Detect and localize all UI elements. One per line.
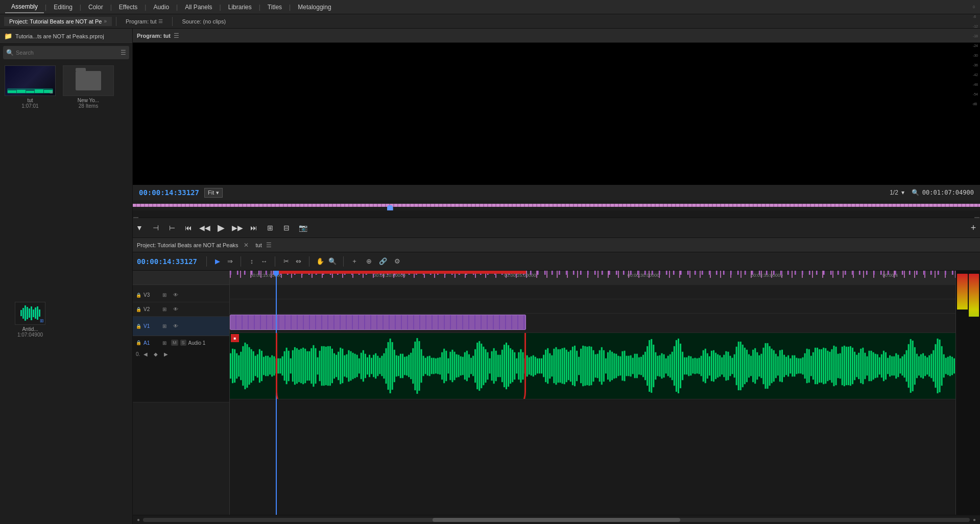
menu-item-color[interactable]: Color <box>82 2 109 13</box>
svg-rect-100 <box>435 359 437 374</box>
project-header: 📁 Tutoria...ts are NOT at Peaks.prproj <box>0 29 132 44</box>
go-to-in-button[interactable]: ⏮ <box>182 221 195 234</box>
track-a1-vol-knob[interactable]: ◆ <box>151 349 160 359</box>
svg-rect-321 <box>893 356 895 376</box>
snap-button[interactable]: ⊕ <box>363 256 374 267</box>
razor-tool-button[interactable]: ✂ <box>280 256 292 267</box>
svg-rect-185 <box>611 352 613 380</box>
step-back-frame-button[interactable]: ⊣ <box>149 221 162 234</box>
fit-dropdown[interactable]: Fit ▾ <box>204 188 223 198</box>
search-icon: 🔍 <box>6 49 14 56</box>
project-thumbnail-folder <box>63 65 114 96</box>
menu-item-all-panels[interactable]: All Panels <box>179 2 218 13</box>
svg-rect-63 <box>358 359 360 374</box>
svg-rect-141 <box>520 349 521 383</box>
svg-rect-279 <box>806 349 808 383</box>
page-dropdown-icon[interactable]: ▾ <box>901 189 904 196</box>
svg-rect-250 <box>746 350 748 383</box>
overwrite-button[interactable]: ⊟ <box>280 221 293 234</box>
go-to-out-button[interactable]: ⏭ <box>247 221 260 234</box>
project-item-audio[interactable]: ⊞ Antid... 1:07:04900 <box>2 300 58 522</box>
zoom-tool-button[interactable]: 🔍 <box>327 256 338 267</box>
add-button[interactable]: + <box>967 221 980 234</box>
track-header-v1: 🔒 V1 ⊞ 👁 <box>133 317 229 336</box>
step-forward-frame-button[interactable]: ⊢ <box>165 221 179 234</box>
monitor-menu-icon[interactable]: ☰ <box>174 32 179 39</box>
track-select-tool-button[interactable]: ⇒ <box>224 256 235 267</box>
scrubber-bar[interactable] <box>133 200 980 210</box>
svg-rect-27 <box>284 351 285 381</box>
search-input[interactable] <box>16 50 118 56</box>
link-button[interactable]: 🔗 <box>377 256 389 267</box>
camera-button[interactable]: 📷 <box>296 221 309 234</box>
timeline-sequence-menu-icon[interactable]: ☰ <box>266 242 272 249</box>
menu-item-metalogging[interactable]: Metalogging <box>292 2 337 13</box>
insert-button[interactable]: ⊞ <box>264 221 277 234</box>
timeline-close-icon[interactable]: ✕ <box>244 242 249 249</box>
svg-rect-306 <box>862 348 864 384</box>
timeline-zoom-bar[interactable] <box>143 518 970 522</box>
menu-item-editing[interactable]: Editing <box>47 2 79 13</box>
svg-rect-111 <box>458 355 460 377</box>
svg-rect-191 <box>624 351 625 382</box>
track-v2-lock-icon[interactable]: 🔒 <box>136 307 141 312</box>
search-options-icon[interactable]: ☰ <box>121 49 126 56</box>
step-forward-button[interactable]: ▶▶ <box>231 221 244 234</box>
svg-rect-128 <box>493 348 495 384</box>
svg-rect-313 <box>877 354 878 378</box>
svg-rect-246 <box>738 342 739 390</box>
step-back-button[interactable]: ◀◀ <box>198 221 211 234</box>
menu-separator-4: | <box>144 4 147 11</box>
track-v1-source-btn[interactable]: ⊞ <box>160 322 169 331</box>
track-a1-vol-up-btn[interactable]: ▶ <box>161 349 171 359</box>
track-header-v2: 🔒 V2 ⊞ 👁 <box>133 302 229 317</box>
menu-item-titles[interactable]: Titles <box>261 2 288 13</box>
track-v2-eye-btn[interactable]: 👁 <box>171 305 180 314</box>
project-panel-menu-icon[interactable]: » <box>104 18 107 24</box>
select-tool-button[interactable]: ▶ <box>212 256 223 267</box>
menu-item-libraries[interactable]: Libraries <box>222 2 258 13</box>
timeline-header: Project: Tutorial Beats are NOT at Peaks… <box>133 238 980 252</box>
track-v3-source-btn[interactable]: ⊞ <box>160 291 169 300</box>
menu-item-assembly[interactable]: Assembly <box>5 1 44 13</box>
menu-item-effects[interactable]: Effects <box>113 2 144 13</box>
svg-rect-162 <box>564 348 565 384</box>
project-title: Tutoria...ts are NOT at Peaks.prproj <box>15 33 104 39</box>
menu-item-audio[interactable]: Audio <box>147 2 175 13</box>
program-panel-tab[interactable]: Program: tut ☰ <box>121 17 169 26</box>
program-panel-menu-icon[interactable]: ☰ <box>158 18 163 24</box>
rolling-tool-button[interactable]: ↔ <box>258 256 270 267</box>
track-v2-source-btn[interactable]: ⊞ <box>160 305 169 314</box>
svg-rect-244 <box>734 354 735 378</box>
marker-button[interactable]: ▼ <box>133 221 146 234</box>
slip-tool-button[interactable]: ⇔ <box>293 256 304 267</box>
project-item-folder[interactable]: New Yo... 28 Items <box>60 63 116 294</box>
track-a1-mute-btn[interactable]: M <box>171 340 178 346</box>
track-a1-solo-btn[interactable]: S <box>180 340 186 346</box>
track-v1-lock-icon[interactable]: 🔒 <box>136 324 141 329</box>
play-button[interactable]: ▶ <box>214 221 228 234</box>
source-panel-tab[interactable]: Source: (no clips) <box>177 17 231 26</box>
settings-tool-button[interactable]: ⚙ <box>392 256 403 267</box>
svg-rect-148 <box>535 357 536 375</box>
track-a1-lock-icon[interactable]: 🔒 <box>136 340 141 345</box>
add-track-button[interactable]: + <box>349 256 360 267</box>
svg-rect-182 <box>605 359 607 374</box>
svg-rect-193 <box>628 356 630 376</box>
track-a1-source-btn[interactable]: ⊞ <box>160 338 169 347</box>
project-item-tut[interactable]: ⊞ tut 1:07:01 <box>2 63 58 294</box>
timeline-sequence-tab[interactable]: tut <box>256 242 262 248</box>
track-a1-vol-down-btn[interactable]: ◀ <box>141 349 150 359</box>
ripple-tool-button[interactable]: ↕ <box>246 256 257 267</box>
track-v3-eye-btn[interactable]: 👁 <box>171 291 180 300</box>
hand-tool-button[interactable]: ✋ <box>315 256 326 267</box>
project-panel-tab[interactable]: Project: Tutorial Beats are NOT at Pe » <box>4 17 112 26</box>
svg-rect-95 <box>425 358 426 374</box>
svg-rect-280 <box>808 349 810 383</box>
svg-rect-304 <box>858 353 859 379</box>
track-v1-eye-btn[interactable]: 👁 <box>171 322 180 331</box>
svg-rect-239 <box>723 355 725 377</box>
project-item-folder-name: New Yo... <box>62 98 114 103</box>
video-clip-v1[interactable] <box>230 315 526 330</box>
track-v3-lock-icon[interactable]: 🔒 <box>136 293 141 298</box>
